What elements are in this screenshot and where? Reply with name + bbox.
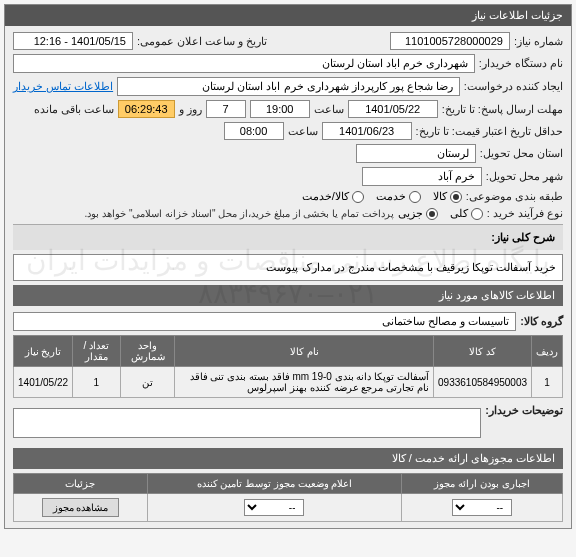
class-both-label: کالا/خدمت (302, 190, 349, 203)
col-idx: ردیف (532, 336, 563, 367)
time-label-1: ساعت (314, 103, 344, 116)
validity-label: حداقل تاریخ اعتبار قیمت: تا تاریخ: (416, 125, 563, 138)
group-field: تاسیسات و مصالح ساختمانی (13, 312, 516, 331)
goods-table: ردیف کد کالا نام کالا واحد شمارش تعداد /… (13, 335, 563, 398)
cell-idx: 1 (532, 367, 563, 398)
remarks-field (13, 408, 481, 438)
cell-status: -- (147, 494, 401, 522)
buyer-label: نام دستگاه خریدار: (479, 57, 563, 70)
class-both-radio[interactable]: کالا/خدمت (302, 190, 364, 203)
col-status: اعلام وضعیت مجوز توسط تامین کننده (147, 474, 401, 494)
view-permit-button[interactable]: مشاهده مجوز (42, 498, 120, 517)
buyer-field: شهرداری خرم اباد استان لرستان (13, 54, 475, 73)
permits-header-row: اجباری بودن ارائه مجوز اعلام وضعیت مجوز … (14, 474, 563, 494)
province-field: لرستان (356, 144, 476, 163)
col-mandatory: اجباری بودن ارائه مجوز (402, 474, 563, 494)
announce-label: تاریخ و ساعت اعلان عمومی: (137, 35, 267, 48)
announce-field: 1401/05/15 - 12:16 (13, 32, 133, 50)
row-group: گروه کالا: تاسیسات و مصالح ساختمانی (13, 312, 563, 331)
permits-table: اجباری بودن ارائه مجوز اعلام وضعیت مجوز … (13, 473, 563, 522)
radio-icon (409, 191, 421, 203)
contact-link[interactable]: اطلاعات تماس خریدار (13, 80, 113, 93)
row-buy-type: نوع فرآیند خرید : کلی جزیی پرداخت تمام ی… (13, 207, 563, 220)
days-word: روز و (179, 103, 202, 116)
payment-note: پرداخت تمام یا بخشی از مبلغ خرید،از محل … (85, 208, 394, 219)
goods-header: اطلاعات کالاهای مورد نیاز (13, 285, 563, 306)
province-label: استان محل تحویل: (480, 147, 563, 160)
permits-row: -- -- مشاهده مجوز (14, 494, 563, 522)
cell-code: 0933610584950003 (434, 367, 532, 398)
countdown-suffix: ساعت باقی مانده (34, 103, 114, 116)
days-left: 7 (206, 100, 246, 118)
radio-icon (450, 191, 462, 203)
panel-title: جزئیات اطلاعات نیاز (5, 5, 571, 26)
cell-unit: تن (120, 367, 175, 398)
mandatory-select[interactable]: -- (452, 499, 512, 516)
class-service-label: خدمت (376, 190, 406, 203)
radio-icon (471, 208, 483, 220)
validity-date: 1401/06/23 (322, 122, 412, 140)
radio-icon (426, 208, 438, 220)
buy-type-label: نوع فرآیند خرید : (487, 207, 563, 220)
row-province: استان محل تحویل: لرستان (13, 144, 563, 163)
need-no-field: 1101005728000029 (390, 32, 510, 50)
cell-mandatory: -- (402, 494, 563, 522)
col-code: کد کالا (434, 336, 532, 367)
city-field: خرم آباد (362, 167, 482, 186)
cell-date: 1401/05/22 (14, 367, 73, 398)
col-unit: واحد شمارش (120, 336, 175, 367)
row-remarks: توضیحات خریدار: (13, 404, 563, 442)
cell-name: آسفالت توپکا دانه بندی 0-19 mm فاقد بسته… (175, 367, 434, 398)
deadline-date: 1401/05/22 (348, 100, 438, 118)
radio-icon (352, 191, 364, 203)
permits-header: اطلاعات مجوزهای ارائه خدمت / کالا (13, 448, 563, 469)
panel-body: پایگاه اطلاع رسانی مناقصات و مزایدات ایر… (5, 26, 571, 528)
details-panel: جزئیات اطلاعات نیاز پایگاه اطلاع رسانی م… (4, 4, 572, 529)
remarks-label: توضیحات خریدار: (485, 404, 563, 417)
col-qty: تعداد / مقدار (73, 336, 120, 367)
countdown: 06:29:43 (118, 100, 175, 118)
cell-qty: 1 (73, 367, 120, 398)
col-name: نام کالا (175, 336, 434, 367)
col-details: جزئیات (14, 474, 148, 494)
city-label: شهر محل تحویل: (486, 170, 563, 183)
desc-label: شرح کلی نیاز: (13, 224, 563, 250)
requester-field: رضا شجاع پور کارپرداز شهرداری خرم اباد ا… (117, 77, 460, 96)
class-goods-label: کالا (433, 190, 447, 203)
desc-field: خرید آسفالت توپکا زیرقیف با مشخصات مندرج… (13, 254, 563, 281)
requester-label: ایجاد کننده درخواست: (464, 80, 563, 93)
deadline-time: 19:00 (250, 100, 310, 118)
row-validity: حداقل تاریخ اعتبار قیمت: تا تاریخ: 1401/… (13, 122, 563, 140)
row-deadline: مهلت ارسال پاسخ: تا تاریخ: 1401/05/22 سا… (13, 100, 563, 118)
class-label: طبقه بندی موضوعی: (466, 190, 563, 203)
buy-partial-radio[interactable]: جزیی (398, 207, 438, 220)
status-select[interactable]: -- (244, 499, 304, 516)
col-date: تاریخ نیاز (14, 336, 73, 367)
row-need-no: شماره نیاز: 1101005728000029 تاریخ و ساع… (13, 32, 563, 50)
time-label-2: ساعت (288, 125, 318, 138)
group-label: گروه کالا: (520, 315, 563, 328)
row-buyer: نام دستگاه خریدار: شهرداری خرم اباد استا… (13, 54, 563, 73)
row-classification: طبقه بندی موضوعی: کالا خدمت کالا/خدمت (13, 190, 563, 203)
buy-total-label: کلی (450, 207, 468, 220)
need-no-label: شماره نیاز: (514, 35, 563, 48)
class-goods-radio[interactable]: کالا (433, 190, 462, 203)
class-service-radio[interactable]: خدمت (376, 190, 421, 203)
row-requester: ایجاد کننده درخواست: رضا شجاع پور کارپرد… (13, 77, 563, 96)
buy-type-group: کلی جزیی (398, 207, 483, 220)
cell-details: مشاهده مجوز (14, 494, 148, 522)
buy-total-radio[interactable]: کلی (450, 207, 483, 220)
buy-partial-label: جزیی (398, 207, 423, 220)
validity-time: 08:00 (224, 122, 284, 140)
table-row: 1 0933610584950003 آسفالت توپکا دانه بند… (14, 367, 563, 398)
deadline-label: مهلت ارسال پاسخ: تا تاریخ: (442, 103, 563, 116)
table-header-row: ردیف کد کالا نام کالا واحد شمارش تعداد /… (14, 336, 563, 367)
row-city: شهر محل تحویل: خرم آباد (13, 167, 563, 186)
class-group: کالا خدمت کالا/خدمت (302, 190, 462, 203)
